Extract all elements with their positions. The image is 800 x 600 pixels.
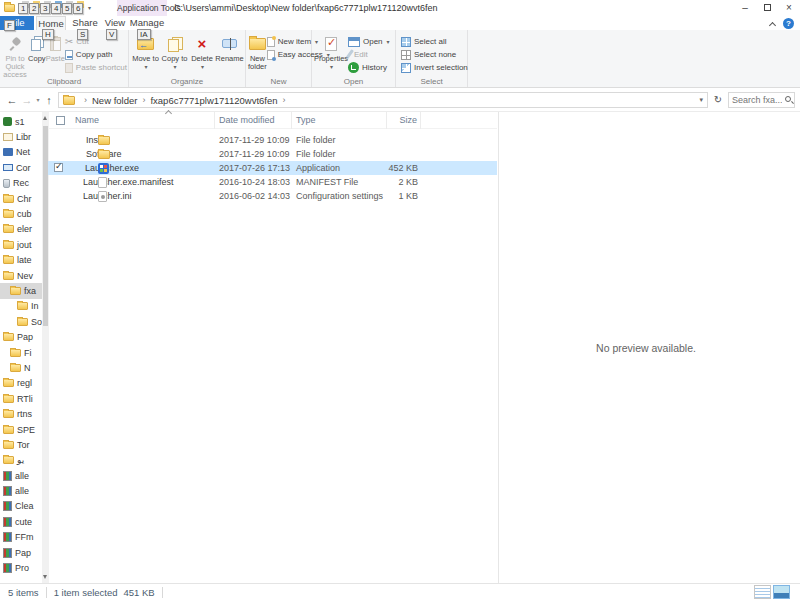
search-icon[interactable] [785,96,791,102]
file-explorer-window: 1 2 3 4 5 6 ▾ Application Tools C:\Users… [0,0,800,600]
file-row-launcher-exe[interactable]: ✓ Launcher.exe 2017-07-26 17:13 Applicat… [48,161,497,175]
sidebar-item[interactable]: Nev [0,268,42,283]
sidebar-item[interactable]: late [0,253,42,268]
qat-button-4[interactable]: 4 [51,0,62,14]
sidebar-item-label: late [17,255,32,265]
qat-customize-dropdown[interactable]: ▾ [87,4,91,11]
sidebar-item[interactable]: cub [0,206,42,221]
file-row-launcher-manifest[interactable]: Launcher.exe.manifest 2016-10-24 18:03 M… [48,175,497,189]
sidebar-item[interactable]: Pro [0,560,42,575]
address-history-dropdown[interactable]: ▾ [699,93,703,107]
pin-to-quick-access-button[interactable]: Pin to Quick access [2,32,28,79]
sidebar-item[interactable]: RTli [0,391,42,406]
sidebar-item[interactable]: Tor [0,437,42,452]
select-none-button[interactable]: Select none [401,48,468,61]
sidebar-item[interactable]: Fi [0,345,42,360]
sidebar-item[interactable]: rtns [0,406,42,421]
delete-button[interactable]: × Delete▾ [189,32,215,71]
tab-view[interactable]: View [102,16,128,30]
chevron-down-icon: ▾ [88,5,91,11]
properties-button[interactable]: ✓ Properties▾ [314,32,348,71]
sidebar-item[interactable]: N [0,360,42,375]
row-checkbox-checked[interactable]: ✓ [54,163,63,172]
qat-button-6[interactable]: 6 [73,0,84,14]
invert-selection-button[interactable]: Invert selection [401,61,468,74]
sidebar-item[interactable]: cute [0,514,42,529]
paste-shortcut-button[interactable]: Paste shortcut [65,61,127,74]
qat-button-5[interactable]: 5 [62,0,73,14]
scroll-up-icon[interactable] [43,116,47,120]
sidebar-item[interactable]: eler [0,222,42,237]
archive-icon [3,563,12,573]
sidebar-item[interactable]: alle [0,483,42,498]
sidebar-item[interactable]: Rec [0,176,42,191]
sidebar-item[interactable]: Pap [0,329,42,344]
breadcrumb-new-folder[interactable]: New folder [92,95,137,106]
sidebar-item[interactable]: Cor [0,160,42,175]
file-row-install[interactable]: Install 2017-11-29 10:09 File folder [48,133,497,147]
column-header-date-modified[interactable]: Date modified [215,112,292,129]
edit-label: Edit [354,50,368,59]
sidebar-item-label: alle [15,471,29,481]
recycle-icon [3,179,10,188]
edit-button[interactable]: Edit [348,48,390,61]
cut-button[interactable]: ✂ Cut [65,35,127,48]
refresh-button[interactable]: ↻ [711,92,725,108]
address-breadcrumb-bar[interactable]: › New folder › fxap6c7771plw171120wvt6fe… [58,92,708,108]
sidebar-item[interactable]: s1 [0,114,42,129]
breadcrumb-current-folder[interactable]: fxap6c7771plw171120wvt6fen [150,95,277,106]
sidebar-item[interactable]: alle [0,468,42,483]
sidebar-item[interactable]: FFm [0,530,42,545]
new-folder-button[interactable]: New folder [248,32,267,71]
help-icon[interactable]: ? [783,18,794,29]
tab-manage[interactable]: Manage [128,16,166,30]
select-all-checkbox[interactable] [56,116,65,125]
up-button[interactable]: ↑ [42,88,56,112]
computer-icon [3,164,13,171]
sidebar-item[interactable]: Pap [0,545,42,560]
sidebar-item[interactable]: Clea [0,499,42,514]
open-button[interactable]: Open▾ [348,35,390,48]
back-button[interactable]: ← [4,88,20,112]
details-view-button[interactable] [754,585,771,599]
file-row-software[interactable]: Software 2017-11-29 10:09 File folder [48,147,497,161]
sidebar-item[interactable]: In [0,299,42,314]
tab-home[interactable]: Home [36,16,66,30]
qat-button-3[interactable]: 3 [40,0,51,14]
sidebar-item[interactable]: Chr [0,191,42,206]
minimize-button[interactable]: – [734,0,756,16]
tab-share[interactable]: Share [70,16,100,30]
qat-button-2[interactable]: 2 [29,0,40,14]
forward-button[interactable]: → [20,88,34,112]
move-to-label: Move to [132,55,159,63]
scroll-down-icon[interactable] [43,575,47,579]
column-header-size[interactable]: Size [387,112,421,129]
select-all-button[interactable]: Select all [401,35,468,48]
maximize-button[interactable] [756,0,778,16]
folder-icon [10,287,21,295]
rename-button[interactable]: Rename [215,32,244,63]
status-separator [162,587,163,598]
folder-icon [3,395,14,403]
new-group-label: New [246,77,311,86]
sidebar-item[interactable]: jout [0,237,42,252]
sidebar-item[interactable]: Libr [0,129,42,144]
search-input[interactable] [732,93,782,107]
sidebar-item[interactable]: SPE [0,422,42,437]
large-icons-view-button[interactable] [773,585,790,599]
chevron-down-icon: ▾ [201,63,204,71]
sidebar-item[interactable]: regl [0,376,42,391]
column-header-type[interactable]: Type [292,112,387,129]
copy-path-button[interactable]: Copy path [65,48,127,61]
sidebar-item[interactable]: So [0,314,42,329]
sidebar-item[interactable]: يو [0,453,42,468]
close-button[interactable]: × [778,0,800,16]
copy-to-button[interactable]: Copy to▾ [160,32,189,71]
history-button[interactable]: History [348,61,390,74]
file-row-launcher-ini[interactable]: Launcher.ini 2016-06-02 14:03 Configurat… [48,189,497,203]
qat-button-1[interactable]: 1 [18,0,29,14]
column-header-name[interactable]: Name [48,112,215,129]
sidebar-item[interactable]: Net [0,145,42,160]
collapse-ribbon-icon[interactable] [769,21,776,28]
sidebar-item[interactable]: fxa [0,283,42,298]
